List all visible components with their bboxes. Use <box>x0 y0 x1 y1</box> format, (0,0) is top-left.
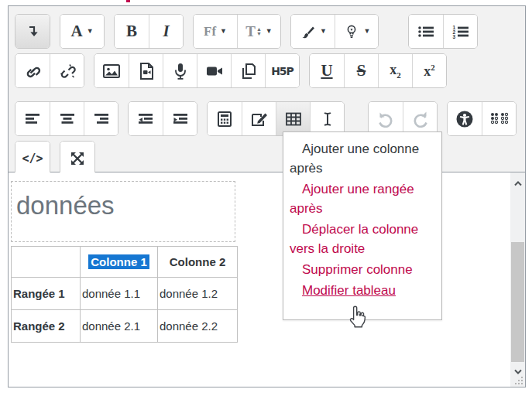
align-left-button[interactable] <box>15 102 50 135</box>
group-accessibility <box>447 101 517 136</box>
paintbrush-icon <box>299 23 316 40</box>
accessibility-icon <box>455 110 474 128</box>
bold-button[interactable]: B <box>115 15 149 48</box>
table-row: Rangée 1 donnée 1.1 donnée 1.2 <box>12 278 238 310</box>
link-button[interactable] <box>15 54 50 87</box>
undo-icon <box>376 111 395 128</box>
table-corner-cell[interactable] <box>12 247 81 278</box>
record-video-button[interactable] <box>197 54 231 87</box>
align-right-button[interactable] <box>84 102 118 135</box>
toolbar-row-2: H5P U S x2 x2 <box>15 53 519 88</box>
group-indent <box>128 101 197 136</box>
toolbar-row-1: A ▼ B I Ff ▼ <box>15 14 519 49</box>
unlink-button[interactable] <box>50 54 84 87</box>
menu-item-move-column-right[interactable]: Déplacer la colonne vers la droite <box>283 219 441 259</box>
group-lists: 123 <box>408 14 478 49</box>
superscript-button[interactable]: x2 <box>412 54 446 87</box>
row-header-cell[interactable]: Rangée 2 <box>12 310 81 343</box>
menu-item-edit-table[interactable]: Modifier tableau <box>283 280 441 301</box>
table-header-row: Colonne 1 Colonne 2 <box>12 247 238 278</box>
pencil-square-icon <box>250 111 269 128</box>
redo-icon <box>411 111 430 128</box>
align-center-icon <box>59 111 76 127</box>
editor-toolbar: A ▼ B I Ff ▼ <box>9 6 525 172</box>
i-beam-icon <box>320 111 335 128</box>
link-icon <box>23 62 42 80</box>
atto-editor: A ▼ B I Ff ▼ <box>8 5 526 387</box>
menu-item-add-column-after[interactable]: Ajouter une colonne après <box>283 138 441 179</box>
html-source-button[interactable]: </> <box>15 142 50 175</box>
record-audio-button[interactable] <box>163 54 197 87</box>
clipped-required-marker <box>126 0 130 2</box>
lightbulb-icon <box>343 23 360 40</box>
copy-pages-icon <box>239 62 258 80</box>
table-caption-text[interactable]: données <box>16 191 115 220</box>
toolbar-row-3 <box>15 101 519 136</box>
clear-formatting-button[interactable] <box>310 102 344 135</box>
table-cell[interactable]: donnée 1.2 <box>158 278 238 310</box>
manage-files-button[interactable] <box>231 54 265 87</box>
h5p-button[interactable]: H5P <box>265 54 299 87</box>
table-header-cell[interactable]: Colonne 1 <box>81 247 158 278</box>
subscript-button[interactable]: x2 <box>378 54 412 87</box>
toolbar-row-4: </> <box>15 141 519 176</box>
row-header-cell[interactable]: Rangée 1 <box>12 278 81 310</box>
table-cell[interactable]: donnée 2.1 <box>81 310 158 343</box>
equation-button[interactable] <box>208 102 242 135</box>
align-center-button[interactable] <box>50 102 84 135</box>
underline-button[interactable]: U <box>310 54 344 87</box>
accessibility-checker-button[interactable] <box>448 102 482 135</box>
menu-item-delete-column[interactable]: Supprimer colonne <box>283 259 441 280</box>
group-format: U S x2 x2 <box>309 53 447 88</box>
strikethrough-button[interactable]: S <box>344 54 378 87</box>
resize-grip[interactable] <box>515 377 523 385</box>
chevron-down-icon <box>514 369 522 374</box>
vertical-scrollbar[interactable] <box>510 172 525 387</box>
insert-media-button[interactable] <box>129 54 163 87</box>
screenreader-helper-button[interactable] <box>482 102 516 135</box>
group-bold-italic: B I <box>114 14 184 49</box>
unordered-list-button[interactable] <box>409 15 443 48</box>
table-icon <box>285 111 302 127</box>
table-cell[interactable]: donnée 2.2 <box>158 310 238 343</box>
paragraph-styles-button[interactable]: A ▼ <box>60 15 104 48</box>
undo-button[interactable] <box>369 102 403 135</box>
table-dropdown-menu: Ajouter une colonne après Ajouter une ra… <box>283 131 442 320</box>
collapse-arrow-icon <box>24 23 41 40</box>
menu-item-add-row-after[interactable]: Ajouter une rangée après <box>283 179 441 219</box>
table-button[interactable] <box>276 102 310 135</box>
italic-button[interactable]: I <box>149 15 183 48</box>
table-row: Rangée 2 donnée 2.1 donnée 2.2 <box>12 310 238 343</box>
table-header-cell[interactable]: Colonne 2 <box>158 247 238 278</box>
outdent-button[interactable] <box>129 102 163 135</box>
outdent-icon <box>137 111 154 127</box>
indent-button[interactable] <box>163 102 197 135</box>
emoji-picker-button[interactable]: ▼ <box>335 15 378 48</box>
underline-label: U <box>321 61 332 80</box>
fullscreen-button[interactable] <box>60 142 94 175</box>
collapse-toolbar-button[interactable] <box>15 15 50 48</box>
font-size-button[interactable]: T ▲▼ ▼ <box>237 15 280 48</box>
redo-button[interactable] <box>403 102 437 135</box>
selected-text[interactable]: Colonne 1 <box>88 254 149 269</box>
text-color-button[interactable]: ▼ <box>291 15 335 48</box>
table-caption-box[interactable]: données <box>11 181 235 242</box>
chevron-up-icon <box>514 181 522 186</box>
align-left-icon <box>24 111 41 127</box>
font-family-button[interactable]: Ff ▼ <box>194 15 237 48</box>
strikethrough-label: S <box>357 61 366 80</box>
expand-arrows-icon <box>69 150 86 167</box>
ordered-list-button[interactable]: 123 <box>443 15 477 48</box>
chevron-down-icon: ▼ <box>266 28 273 35</box>
scrollbar-thumb[interactable] <box>511 242 524 362</box>
list-bullets-icon <box>417 23 435 40</box>
insert-image-button[interactable] <box>94 54 129 87</box>
table-cell[interactable]: donnée 1.1 <box>81 278 158 310</box>
edit-html-snippet-button[interactable] <box>242 102 276 135</box>
editable-content-area[interactable]: données Colonne 1 Colonne 2 Rangée 1 don… <box>9 172 525 387</box>
chevron-down-icon: ▼ <box>320 28 327 35</box>
chevron-down-icon: ▼ <box>87 28 94 35</box>
group-styles: A ▼ <box>60 14 105 49</box>
scroll-up-button[interactable] <box>510 174 525 193</box>
unlink-icon <box>58 62 77 80</box>
